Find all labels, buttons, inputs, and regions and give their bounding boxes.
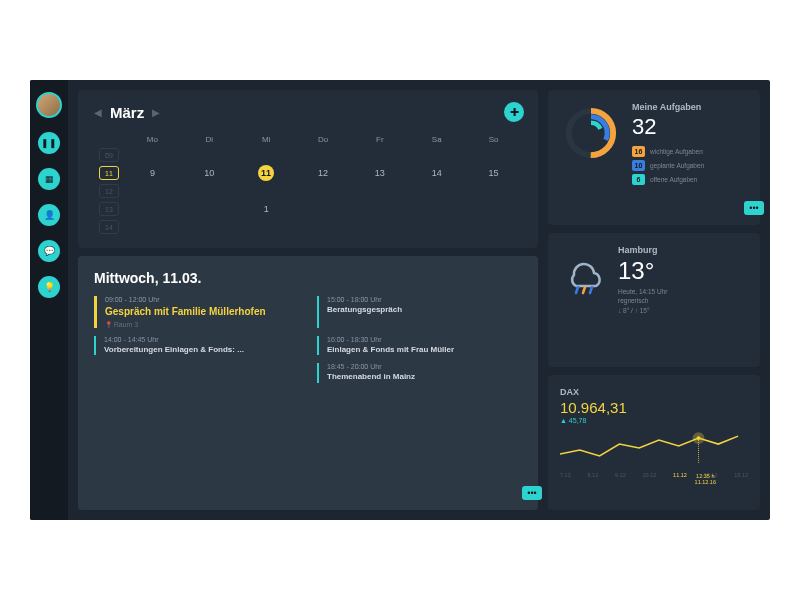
calendar-day[interactable] <box>181 148 238 162</box>
tasks-title: Meine Aufgaben <box>632 102 748 112</box>
task-label: geplante Aufgaben <box>650 162 704 169</box>
svg-line-4 <box>576 287 578 293</box>
calendar-day[interactable] <box>295 220 352 234</box>
pause-icon[interactable]: ❚❚ <box>38 132 60 154</box>
calendar-day[interactable] <box>124 220 181 234</box>
tasks-widget: Meine Aufgaben 32 16 wichtige Aufgaben 1… <box>548 90 760 225</box>
calendar-day[interactable] <box>465 184 522 198</box>
week-number[interactable]: 11 <box>99 166 119 180</box>
weekday-header: Fr <box>351 131 408 148</box>
event-item[interactable]: 09:00 - 12:00 Uhr Gespräch mit Familie M… <box>94 296 299 328</box>
calendar-day[interactable] <box>465 198 522 220</box>
main-content: ◀ März ▶ ✚ MoDiMiDoFrSaSo091191011121314… <box>68 80 770 520</box>
calendar-day[interactable] <box>465 220 522 234</box>
calendar-card: ◀ März ▶ ✚ MoDiMiDoFrSaSo091191011121314… <box>78 90 538 248</box>
calendar-day[interactable]: 14 <box>408 162 465 184</box>
calendar-day[interactable] <box>465 148 522 162</box>
right-panel: Meine Aufgaben 32 16 wichtige Aufgaben 1… <box>548 90 760 510</box>
calendar-day[interactable] <box>124 148 181 162</box>
calendar-day[interactable] <box>181 198 238 220</box>
dashboard: ❚❚ ▦ 👤 💬 💡 ◀ März ▶ ✚ MoDiMiDoFrSaSo0911… <box>30 80 770 520</box>
event-item[interactable]: 15:00 - 18:00 Uhr Beratungsgespräch <box>317 296 522 328</box>
calendar-day[interactable]: 13 <box>351 162 408 184</box>
add-event-button[interactable]: ✚ <box>504 102 524 122</box>
task-category[interactable]: 6 offene Aufgaben <box>632 174 748 185</box>
day-title: Mittwoch, 11.03. <box>94 270 522 286</box>
weekday-header: So <box>465 131 522 148</box>
calendar-grid: MoDiMiDoFrSaSo091191011121314151213114 <box>94 131 522 234</box>
event-item[interactable]: 16:00 - 18:30 Uhr Einlagen & Fonds mit F… <box>317 336 522 355</box>
calendar-day[interactable] <box>408 148 465 162</box>
left-panel: ◀ März ▶ ✚ MoDiMiDoFrSaSo091191011121314… <box>78 90 538 510</box>
day-detail-card: Mittwoch, 11.03. 09:00 - 12:00 Uhr Gespr… <box>78 256 538 510</box>
svg-point-3 <box>581 123 602 144</box>
chat-icon[interactable]: 💬 <box>38 240 60 262</box>
event-item[interactable]: 18:45 - 20:00 Uhr Themenabend in Mainz <box>317 363 522 382</box>
task-category[interactable]: 16 wichtige Aufgaben <box>632 146 748 157</box>
week-number[interactable]: 12 <box>99 184 119 198</box>
task-count-badge: 16 <box>632 146 645 157</box>
week-number[interactable]: 09 <box>99 148 119 162</box>
task-category[interactable]: 10 geplante Aufgaben <box>632 160 748 171</box>
avatar[interactable] <box>36 92 62 118</box>
event-title: Themenabend in Mainz <box>327 372 522 382</box>
calendar-day[interactable] <box>181 184 238 198</box>
weather-city: Hamburg <box>618 245 748 255</box>
calendar-day[interactable] <box>295 148 352 162</box>
event-time: 15:00 - 18:00 Uhr <box>327 296 522 303</box>
svg-line-6 <box>590 287 592 293</box>
calendar-day[interactable] <box>351 184 408 198</box>
user-icon[interactable]: 👤 <box>38 204 60 226</box>
tasks-donut-chart <box>560 102 622 164</box>
calendar-day[interactable] <box>295 184 352 198</box>
calendar-day[interactable]: 12 <box>295 162 352 184</box>
event-time: 09:00 - 12:00 Uhr <box>105 296 299 303</box>
tasks-total: 32 <box>632 114 748 140</box>
stock-delta: ▲ 45,78 <box>560 417 748 424</box>
calendar-day[interactable]: 1 <box>238 198 295 220</box>
more-button[interactable]: ••• <box>522 486 542 500</box>
week-number[interactable]: 14 <box>99 220 119 234</box>
svg-point-8 <box>697 436 701 440</box>
task-count-badge: 10 <box>632 160 645 171</box>
task-count-badge: 6 <box>632 174 645 185</box>
lightbulb-icon[interactable]: 💡 <box>38 276 60 298</box>
week-number[interactable]: 13 <box>99 202 119 216</box>
stock-sparkline <box>560 430 748 466</box>
weather-widget: Hamburg 13° Heute, 14:15 Uhr regnerisch … <box>548 233 760 368</box>
calendar-day[interactable] <box>408 220 465 234</box>
events-list: 09:00 - 12:00 Uhr Gespräch mit Familie M… <box>94 296 522 383</box>
weather-time: Heute, 14:15 Uhr <box>618 287 748 297</box>
calendar-day[interactable]: 11 <box>258 165 274 181</box>
prev-month-button[interactable]: ◀ <box>94 107 102 118</box>
event-item[interactable]: 14:00 - 14:45 Uhr Vorbereitungen Einlage… <box>94 336 299 355</box>
calendar-day[interactable] <box>408 184 465 198</box>
calendar-icon[interactable]: ▦ <box>38 168 60 190</box>
calendar-day[interactable]: 15 <box>465 162 522 184</box>
calendar-day[interactable]: 9 <box>124 162 181 184</box>
weather-range: ↓ 8° / ↑ 15° <box>618 306 748 316</box>
calendar-day[interactable] <box>238 184 295 198</box>
event-title: Gespräch mit Familie Müllerhofen <box>105 305 299 318</box>
more-button[interactable]: ••• <box>744 201 764 215</box>
calendar-day[interactable] <box>351 148 408 162</box>
weekday-header: Sa <box>408 131 465 148</box>
calendar-day[interactable] <box>408 198 465 220</box>
calendar-day[interactable] <box>238 220 295 234</box>
stock-widget: DAX 10.964,31 ▲ 45,78 12:35 h 11.12.16 7… <box>548 375 760 510</box>
calendar-day[interactable]: 10 <box>181 162 238 184</box>
calendar-day[interactable] <box>238 148 295 162</box>
weekday-header: Mi <box>238 131 295 148</box>
task-label: wichtige Aufgaben <box>650 148 703 155</box>
weekday-header: Do <box>295 131 352 148</box>
event-location: Raum 3 <box>105 321 299 328</box>
stock-name: DAX <box>560 387 748 397</box>
calendar-day[interactable] <box>351 198 408 220</box>
calendar-day[interactable] <box>124 198 181 220</box>
calendar-day[interactable] <box>295 198 352 220</box>
calendar-day[interactable] <box>124 184 181 198</box>
next-month-button[interactable]: ▶ <box>152 107 160 118</box>
calendar-day[interactable] <box>181 220 238 234</box>
calendar-day[interactable] <box>351 220 408 234</box>
event-time: 16:00 - 18:30 Uhr <box>327 336 522 343</box>
